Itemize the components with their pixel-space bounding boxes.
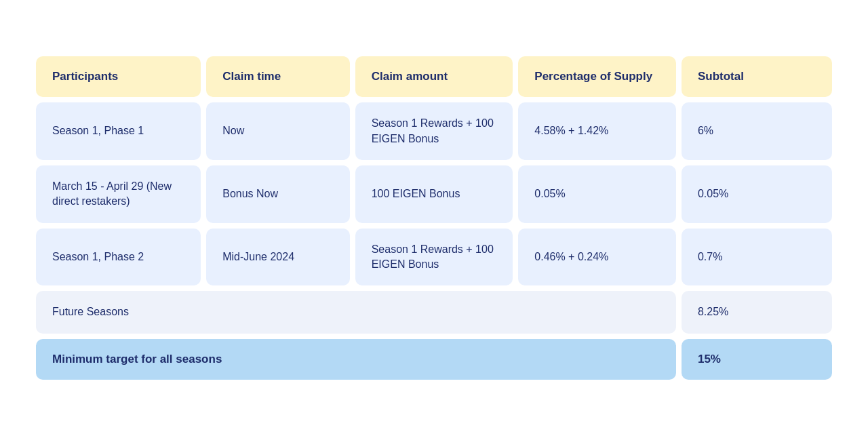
row1-claim-time: Now	[206, 102, 349, 160]
table-container: Participants Claim time Claim amount Per…	[31, 24, 837, 412]
future-seasons-row: Future Seasons 8.25%	[36, 291, 832, 333]
row2-participants: March 15 - April 29 (New direct restaker…	[36, 165, 201, 223]
future-seasons-subtotal: 8.25%	[682, 291, 832, 333]
header-participants: Participants	[36, 56, 201, 97]
header-claim-time: Claim time	[206, 56, 349, 97]
min-target-row: Minimum target for all seasons 15%	[36, 339, 832, 380]
table-row: Season 1, Phase 1 Now Season 1 Rewards +…	[36, 102, 832, 160]
row2-percentage: 0.05%	[518, 165, 676, 223]
future-seasons-label: Future Seasons	[36, 291, 676, 333]
row3-subtotal: 0.7%	[682, 229, 832, 286]
table-row: Season 1, Phase 2 Mid-June 2024 Season 1…	[36, 229, 832, 286]
row2-claim-time: Bonus Now	[206, 165, 349, 223]
header-subtotal: Subtotal	[682, 56, 832, 97]
header-percentage-of-supply: Percentage of Supply	[518, 56, 676, 97]
row3-claim-amount: Season 1 Rewards + 100 EIGEN Bonus	[355, 229, 513, 286]
row1-subtotal: 6%	[682, 102, 832, 160]
header-claim-amount: Claim amount	[355, 56, 513, 97]
row1-percentage: 4.58% + 1.42%	[518, 102, 676, 160]
row2-subtotal: 0.05%	[682, 165, 832, 223]
row3-percentage: 0.46% + 0.24%	[518, 229, 676, 286]
row2-claim-amount: 100 EIGEN Bonus	[355, 165, 513, 223]
row1-participants: Season 1, Phase 1	[36, 102, 201, 160]
row3-participants: Season 1, Phase 2	[36, 229, 201, 286]
row1-claim-amount: Season 1 Rewards + 100 EIGEN Bonus	[355, 102, 513, 160]
main-table: Participants Claim time Claim amount Per…	[31, 51, 837, 385]
min-target-label: Minimum target for all seasons	[36, 339, 676, 380]
row3-claim-time: Mid-June 2024	[206, 229, 349, 286]
table-row: March 15 - April 29 (New direct restaker…	[36, 165, 832, 223]
min-target-subtotal: 15%	[682, 339, 832, 380]
